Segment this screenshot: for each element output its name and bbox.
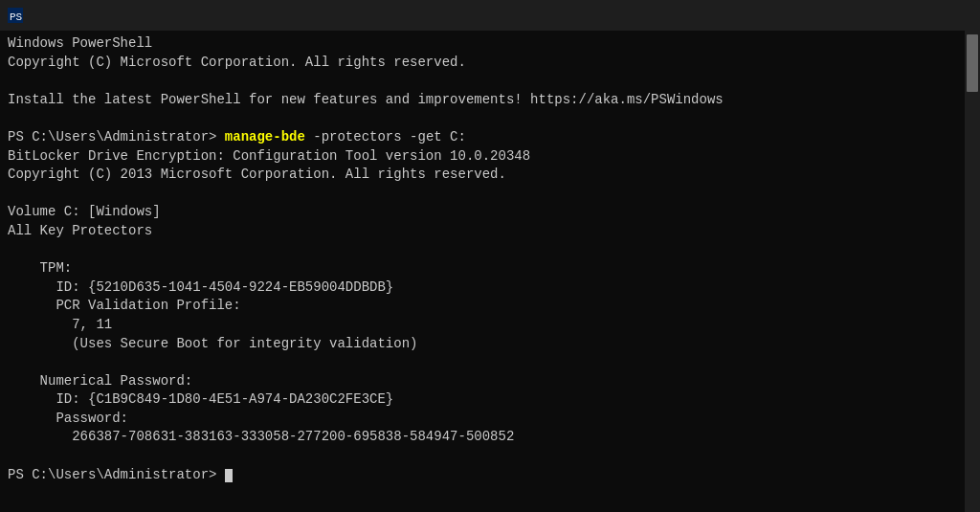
terminal-line xyxy=(8,109,957,128)
terminal-line: PS C:\Users\Administrator> xyxy=(8,466,957,485)
terminal-line: Copyright (C) Microsoft Corporation. All… xyxy=(8,54,957,73)
content-area: Windows PowerShellCopyright (C) Microsof… xyxy=(0,31,980,512)
terminal-line: Numerical Password: xyxy=(8,372,957,391)
terminal-line: 7, 11 xyxy=(8,316,957,335)
terminal-line: All Key Protectors xyxy=(8,222,957,241)
svg-text:PS: PS xyxy=(10,11,23,23)
terminal-line: 266387-708631-383163-333058-277200-69583… xyxy=(8,428,957,447)
minimize-button[interactable] xyxy=(848,0,892,31)
terminal-line: ID: {C1B9C849-1D80-4E51-A974-DA230C2FE3C… xyxy=(8,390,957,410)
terminal-line xyxy=(8,447,957,466)
scrollbar-thumb[interactable] xyxy=(967,34,978,92)
terminal-line: TPM: xyxy=(8,259,957,278)
terminal-line: Copyright (C) 2013 Microsoft Corporation… xyxy=(8,166,957,185)
terminal-line xyxy=(8,72,957,91)
terminal-line: Password: xyxy=(8,410,957,429)
terminal-line xyxy=(8,241,957,260)
terminal-line xyxy=(8,185,957,204)
terminal-line: PS C:\Users\Administrator> manage-bde -p… xyxy=(8,128,957,147)
terminal-line: (Uses Secure Boot for integrity validati… xyxy=(8,335,957,354)
terminal-line: Install the latest PowerShell for new fe… xyxy=(8,91,957,110)
close-button[interactable] xyxy=(936,0,980,31)
terminal-line: BitLocker Drive Encryption: Configuratio… xyxy=(8,147,957,167)
terminal-line: ID: {5210D635-1041-4504-9224-EB59004DDBD… xyxy=(8,278,957,298)
titlebar-controls xyxy=(848,0,980,31)
scrollbar[interactable] xyxy=(965,31,980,512)
window: PS Windows PowerShellCopyright (C) Micro… xyxy=(0,0,980,512)
terminal-line xyxy=(8,353,957,372)
powershell-icon: PS xyxy=(8,8,23,23)
terminal-line: PCR Validation Profile: xyxy=(8,297,957,316)
titlebar-left: PS xyxy=(8,8,31,23)
terminal-line: Volume C: [Windows] xyxy=(8,203,957,222)
terminal-output[interactable]: Windows PowerShellCopyright (C) Microsof… xyxy=(0,31,965,512)
terminal-line: Windows PowerShell xyxy=(8,34,957,54)
titlebar: PS xyxy=(0,0,980,31)
maximize-button[interactable] xyxy=(892,0,936,31)
cursor xyxy=(225,469,233,482)
